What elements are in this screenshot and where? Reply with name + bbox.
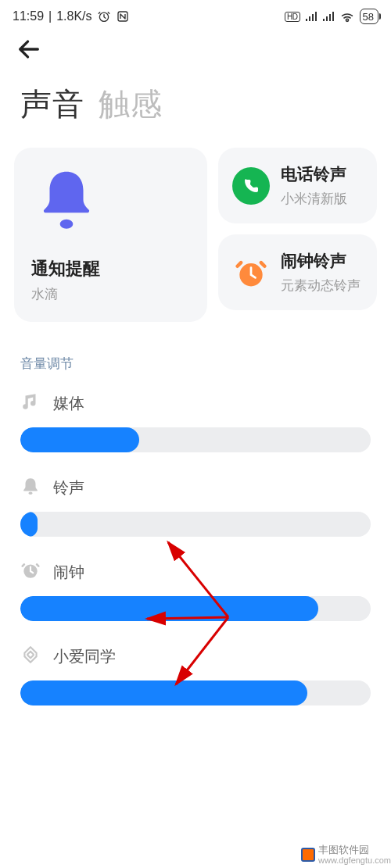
volume-media: 媒体 — [0, 384, 391, 452]
bell-icon — [31, 166, 102, 237]
svg-point-4 — [28, 491, 32, 494]
xiaoai-icon — [20, 645, 41, 668]
watermark-logo-icon — [301, 848, 315, 862]
tab-haptics[interactable]: 触感 — [99, 83, 163, 126]
title-tabs: 声音 触感 — [0, 66, 391, 148]
watermark: 丰图软件园 www.dgfengtu.com — [301, 845, 391, 865]
hd-icon: HD — [285, 12, 300, 22]
alarm-clock-icon — [232, 254, 270, 291]
card-alarm-title: 闹钟铃声 — [281, 250, 361, 272]
volume-ring-label: 铃声 — [53, 477, 84, 498]
volume-alarm: 闹钟 — [0, 537, 391, 621]
card-call-sub: 小米清新版 — [281, 190, 347, 208]
volume-xiaoai: 小爱同学 — [0, 621, 391, 705]
card-notification-title: 通知提醒 — [31, 257, 190, 280]
alarm-icon — [97, 9, 111, 23]
bell-small-icon — [20, 476, 41, 499]
card-notification[interactable]: 通知提醒 水滴 — [14, 148, 207, 322]
music-icon — [20, 391, 41, 415]
watermark-text-1: 丰图软件园 — [318, 845, 391, 855]
alarm-small-icon — [20, 560, 41, 584]
battery-icon: 58 — [360, 9, 378, 24]
section-volume-label: 音量调节 — [0, 322, 391, 384]
status-net-speed: 1.8K/s — [56, 9, 91, 23]
volume-media-label: 媒体 — [53, 393, 84, 414]
status-time: 11:59 — [13, 9, 44, 23]
status-bar: 11:59 | 1.8K/s HD 58 — [0, 0, 391, 28]
watermark-text-2: www.dgfengtu.com — [318, 855, 391, 865]
wifi-icon — [339, 10, 355, 23]
volume-xiaoai-label: 小爱同学 — [53, 646, 116, 667]
battery-level: 58 — [363, 11, 374, 23]
nfc-icon — [116, 9, 130, 23]
back-button[interactable] — [16, 52, 42, 65]
signal-icon-1 — [305, 11, 317, 22]
svg-point-2 — [60, 220, 74, 229]
signal-icon-2 — [322, 11, 335, 22]
slider-ring[interactable] — [20, 512, 371, 537]
card-alarm-sub: 元素动态铃声 — [281, 277, 361, 295]
volume-alarm-label: 闹钟 — [53, 562, 84, 583]
slider-alarm[interactable] — [20, 596, 371, 621]
card-notification-sub: 水滴 — [31, 285, 190, 303]
card-call-title: 电话铃声 — [281, 163, 347, 185]
phone-icon — [232, 167, 270, 205]
volume-ring: 铃声 — [0, 452, 391, 537]
card-call-ringtone[interactable]: 电话铃声 小米清新版 — [218, 148, 377, 223]
status-sep: | — [48, 9, 52, 23]
card-alarm-ringtone[interactable]: 闹钟铃声 元素动态铃声 — [218, 234, 377, 310]
slider-media[interactable] — [20, 427, 371, 452]
tab-sound[interactable]: 声音 — [20, 83, 84, 126]
slider-xiaoai[interactable] — [20, 680, 371, 705]
